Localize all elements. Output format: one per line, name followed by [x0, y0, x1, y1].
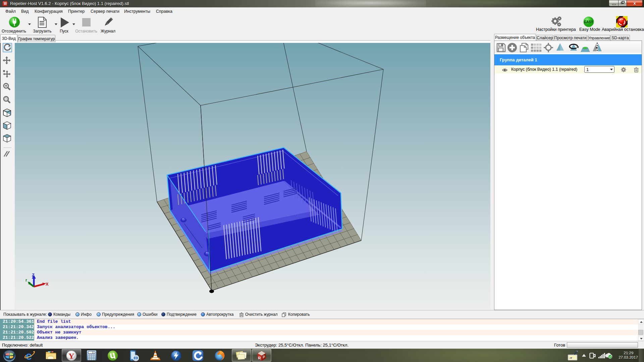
svg-text:R: R: [258, 356, 261, 360]
svg-text:Z: Z: [32, 273, 35, 278]
svg-text:X: X: [46, 282, 49, 287]
svg-text:r: r: [25, 278, 27, 283]
svg-text:EASY: EASY: [584, 20, 593, 24]
svg-text:0: 0: [92, 351, 94, 354]
svg-text:Y: Y: [68, 352, 74, 360]
svg-text:P: P: [263, 355, 265, 359]
